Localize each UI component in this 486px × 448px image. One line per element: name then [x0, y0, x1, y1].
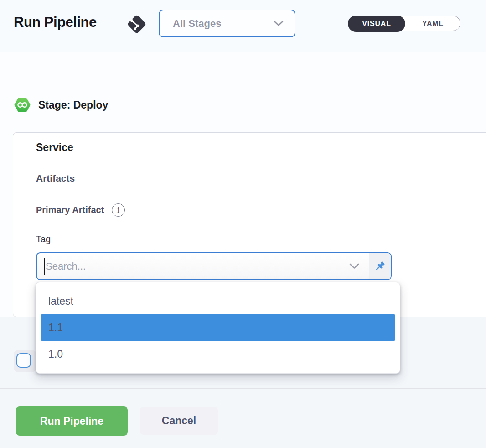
cancel-button[interactable]: Cancel — [140, 407, 218, 435]
pin-icon — [374, 260, 386, 272]
tag-select — [36, 252, 392, 280]
tab-yaml[interactable]: YAML — [406, 16, 460, 31]
tag-options-dropdown: latest 1.1 1.0 — [36, 282, 400, 374]
checkbox[interactable] — [16, 353, 31, 368]
tag-select-chevron-button[interactable] — [340, 253, 369, 279]
text-caret — [44, 258, 45, 275]
tag-label: Tag — [36, 234, 51, 245]
all-stages-select[interactable]: All Stages — [159, 10, 295, 37]
info-icon[interactable]: i — [112, 203, 125, 217]
tag-search-input[interactable] — [37, 260, 340, 272]
stage-header-row: Stage: Deploy — [14, 97, 108, 113]
artifacts-heading: Artifacts — [36, 173, 75, 184]
all-stages-select-value: All Stages — [173, 18, 274, 30]
tag-input-wrap — [37, 253, 340, 279]
dropdown-option[interactable]: latest — [41, 288, 395, 314]
stage-title: Stage: Deploy — [38, 99, 108, 111]
git-icon — [126, 13, 148, 35]
primary-artifact-row: Primary Artifact i — [36, 203, 125, 217]
dropdown-option[interactable]: 1.0 — [41, 341, 395, 367]
modal-header: Run Pipeline All Stages VISUAL YAML — [0, 0, 486, 52]
footer-divider — [0, 388, 486, 389]
deploy-stage-icon — [14, 97, 31, 113]
service-title: Service — [36, 141, 73, 154]
pin-button[interactable] — [369, 253, 391, 279]
run-pipeline-modal: Run Pipeline All Stages VISUAL YAML — [0, 0, 486, 448]
visual-yaml-toggle: VISUAL YAML — [348, 16, 460, 31]
tag-options-list: latest 1.1 1.0 — [36, 288, 400, 367]
chevron-down-icon — [274, 21, 284, 26]
checkbox-backing — [14, 350, 36, 372]
run-pipeline-button[interactable]: Run Pipeline — [16, 406, 128, 436]
page-title: Run Pipeline — [14, 14, 97, 31]
chevron-down-icon — [349, 263, 359, 269]
dropdown-option-highlighted[interactable]: 1.1 — [41, 314, 395, 341]
primary-artifact-label: Primary Artifact — [36, 205, 104, 215]
tab-visual[interactable]: VISUAL — [348, 16, 405, 32]
